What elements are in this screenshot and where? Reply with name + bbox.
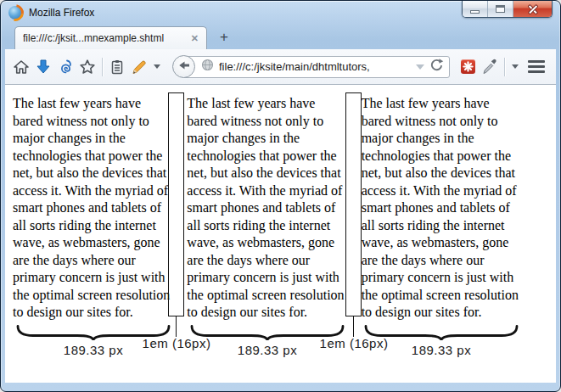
hamburger-menu-icon	[528, 60, 545, 73]
text-column-3: The last few years have bared witness no…	[362, 95, 522, 322]
star-icon	[79, 59, 96, 76]
back-arrow-icon	[177, 59, 191, 76]
reload-icon[interactable]	[429, 58, 444, 76]
location-area: file:///c:/jksite/main/dhtmltutors,	[172, 55, 450, 78]
tab-title: file:///c:/jksit...mnexample.shtml	[23, 32, 184, 44]
column-width-label-2: 189.33 px	[238, 343, 297, 357]
eyedropper-dropdown-button[interactable]	[508, 56, 522, 78]
clipboard-addon-button[interactable]	[106, 56, 128, 78]
gap-width-label-2: 1em (16px)	[320, 336, 389, 350]
download-button[interactable]	[32, 56, 54, 78]
bookmark-star-button[interactable]	[76, 56, 98, 78]
menu-button[interactable]	[522, 56, 551, 78]
column-gap-indicator-box-2	[345, 92, 362, 316]
titlebar[interactable]: Mozilla Firefox	[1, 1, 560, 25]
multicolumn-text: The last few years have bared witness no…	[13, 95, 522, 322]
seahorse-addon-button[interactable]	[54, 56, 76, 78]
page-content: The last few years have bared witness no…	[5, 85, 556, 383]
chevron-down-icon	[154, 64, 160, 69]
clipboard-icon	[109, 59, 126, 76]
column-gap-indicator-box-1	[168, 92, 184, 316]
chevron-down-icon	[512, 64, 519, 69]
firefox-window: Mozilla Firefox file:///c:/jksit...mnexa…	[0, 0, 561, 392]
seahorse-icon	[57, 59, 74, 76]
firefox-logo-icon	[8, 6, 22, 20]
globe-icon	[201, 59, 214, 75]
toolbar-separator	[102, 58, 103, 76]
home-button[interactable]	[10, 56, 32, 78]
window-controls	[462, 1, 553, 18]
pencil-icon	[131, 59, 148, 76]
eyedropper-button[interactable]	[479, 56, 501, 78]
home-icon	[13, 59, 30, 76]
gap-width-label-1: 1em (16px)	[143, 336, 211, 350]
pencil-addon-button[interactable]	[128, 56, 150, 78]
pencil-dropdown-button[interactable]	[150, 56, 164, 78]
window-title: Mozilla Firefox	[29, 7, 94, 19]
close-button[interactable]	[513, 1, 552, 17]
url-text: file:///c:/jksite/main/dhtmltutors,	[219, 60, 411, 73]
url-bar[interactable]: file:///c:/jksite/main/dhtmltutors,	[183, 56, 450, 78]
text-column-2: The last few years have bared witness no…	[187, 95, 347, 322]
maximize-icon	[496, 5, 505, 13]
back-button[interactable]	[172, 55, 195, 78]
toolbar-separator	[504, 58, 505, 76]
gap-leader-line-1	[176, 316, 177, 337]
minimize-button[interactable]	[463, 1, 488, 17]
column-width-label-3: 189.33 px	[412, 343, 471, 357]
text-column-1: The last few years have bared witness no…	[13, 95, 173, 322]
download-arrow-icon	[35, 59, 52, 76]
tab-close-icon[interactable]: ✕	[191, 34, 199, 43]
url-dropdown-icon[interactable]	[416, 64, 424, 70]
gap-leader-line-2	[353, 316, 354, 337]
navigation-toolbar: file:///c:/jksite/main/dhtmltutors,	[5, 49, 556, 85]
tab-file-mnexample[interactable]: file:///c:/jksit...mnexample.shtml ✕	[14, 26, 207, 49]
tab-bar: file:///c:/jksit...mnexample.shtml ✕ +	[1, 25, 560, 49]
maximize-button[interactable]	[488, 1, 513, 17]
red-asterisk-addon-button[interactable]	[457, 56, 479, 78]
red-asterisk-icon	[461, 59, 475, 74]
minimize-icon	[470, 10, 480, 14]
new-tab-button[interactable]: +	[213, 28, 235, 47]
eyedropper-icon	[481, 59, 498, 76]
column-width-label-1: 189.33 px	[64, 343, 123, 357]
